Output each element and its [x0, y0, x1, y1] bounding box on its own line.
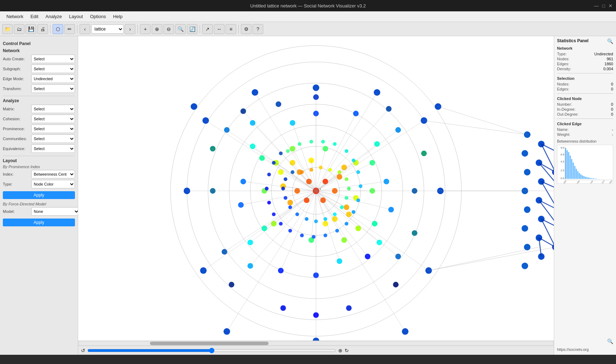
svg-rect-253	[596, 178, 597, 179]
stats-node-number-row: Number: 0	[557, 102, 613, 106]
zoom-in-small-icon[interactable]: ⊕	[338, 348, 342, 353]
menu-item-analyze[interactable]: Analyze	[42, 12, 65, 21]
stats-bottom-zoom[interactable]: 🔍	[607, 338, 613, 344]
print-button[interactable]: 🖨	[37, 24, 48, 34]
horizontal-scrollbar[interactable]	[78, 341, 554, 346]
menu-item-network[interactable]: Network	[3, 12, 27, 21]
network-visualization[interactable]: // Draw many radial lines - done via ind…	[78, 36, 554, 346]
stats-edges-value: 1860	[605, 62, 613, 66]
svg-point-109	[522, 225, 528, 231]
zoom-out-button[interactable]: ⊖	[163, 24, 174, 34]
svg-point-190	[314, 220, 318, 224]
equivalence-row: Equivalence: Select	[3, 144, 75, 153]
stats-zoom-icon[interactable]: 🔍	[607, 38, 613, 44]
rotate-button[interactable]: 🔄	[187, 24, 198, 34]
open-folder-button[interactable]: 🗂	[14, 24, 25, 34]
prominence-index-select[interactable]: Betweenness Cent Degree Closeness	[31, 170, 75, 178]
stats-sel-nodes-label: Nodes:	[557, 82, 569, 86]
svg-point-182	[328, 168, 332, 172]
stats-sel-edges-row: Edges: 0	[557, 87, 613, 91]
communities-label: Communities:	[3, 137, 31, 141]
filter-button[interactable]: ≡	[226, 24, 236, 34]
svg-point-221	[279, 151, 283, 155]
maximize-button[interactable]: □	[602, 3, 605, 9]
svg-point-193	[288, 205, 292, 209]
svg-point-106	[524, 169, 530, 175]
svg-rect-251	[593, 178, 594, 179]
svg-text:9.0: 9.0	[561, 146, 564, 149]
toolbar: 📁 🗂 💾 🖨 ⬡ ✏ ‹ lattice random scale-free …	[0, 22, 616, 36]
svg-point-48	[250, 120, 255, 126]
window-controls[interactable]: — □ ✕	[594, 3, 612, 9]
zoom-slider[interactable]	[87, 349, 336, 352]
svg-text:4.5: 4.5	[561, 160, 564, 163]
analyze-section-title: Analyze	[3, 98, 75, 103]
zoom-out-small-icon[interactable]: ↻	[345, 348, 349, 353]
svg-point-220	[272, 161, 276, 165]
prominence-select[interactable]: Select	[31, 125, 75, 133]
minimize-button[interactable]: —	[594, 3, 599, 9]
prominence-type-select[interactable]: Node Color Node Size Node Label	[31, 180, 75, 188]
edge-tool2-button[interactable]: ↔	[214, 24, 225, 34]
auto-create-select[interactable]: Select	[31, 55, 75, 63]
stats-in-degree-label: In-Degree:	[557, 107, 576, 111]
matrix-row: Matrix: Select	[3, 105, 75, 113]
svg-point-32	[341, 237, 347, 243]
open-file-button[interactable]: 📁	[2, 24, 13, 34]
svg-point-219	[267, 172, 271, 176]
network-canvas[interactable]: // Draw many radial lines - done via ind…	[78, 36, 554, 346]
help-button[interactable]: ?	[253, 24, 263, 34]
draw-tool-button[interactable]: ✏	[64, 24, 75, 34]
svg-point-65	[229, 282, 234, 287]
transform-select[interactable]: Select	[31, 84, 75, 93]
svg-point-201	[321, 140, 325, 144]
close-button[interactable]: ✕	[609, 3, 612, 9]
network-dropdown[interactable]: lattice random scale-free small-world	[91, 24, 124, 34]
prominence-type-row: Type: Node Color Node Size Node Label	[3, 180, 75, 188]
select-tool-button[interactable]: ⬡	[53, 24, 63, 34]
matrix-select[interactable]: Select	[31, 105, 75, 113]
svg-point-181	[319, 166, 323, 170]
cohesion-select[interactable]: Select	[31, 115, 75, 123]
communities-select[interactable]: Select	[31, 134, 75, 143]
cohesion-label: Cohesion:	[3, 117, 31, 121]
stats-type-value: Undirected	[594, 52, 613, 56]
svg-point-189	[324, 217, 328, 221]
stats-network-section: Network	[557, 46, 613, 50]
stats-node-number-value: 0	[611, 102, 613, 106]
menu-item-help[interactable]: Help	[109, 12, 126, 21]
save-button[interactable]: 💾	[26, 24, 36, 34]
reset-zoom-icon[interactable]: ↺	[81, 348, 85, 353]
stats-zoom-bottom-icon[interactable]: 🔍	[607, 338, 613, 344]
toolbar-sep-3	[137, 25, 138, 33]
menu-item-edit[interactable]: Edit	[27, 12, 42, 21]
add-node-button[interactable]: +	[140, 24, 151, 34]
settings-button[interactable]: ⚙	[241, 24, 252, 34]
svg-point-75	[210, 146, 216, 151]
prev-button[interactable]: ‹	[80, 24, 90, 34]
svg-point-108	[524, 206, 530, 213]
apply-prominence-button[interactable]: Apply	[3, 191, 75, 199]
svg-point-199	[298, 142, 302, 146]
edge-tool-button[interactable]: ↗	[202, 24, 213, 34]
svg-point-185	[347, 187, 351, 191]
scrollbar-track[interactable]	[79, 342, 553, 345]
equivalence-select[interactable]: Select	[31, 144, 75, 153]
cohesion-row: Cohesion: Select	[3, 115, 75, 123]
next-button[interactable]: ›	[125, 24, 135, 34]
svg-point-203	[345, 149, 348, 153]
menu-item-layout[interactable]: Layout	[65, 12, 86, 21]
model-select[interactable]: None Fruchterman-Reingold Kamada-Kawai	[31, 207, 78, 216]
svg-point-68	[280, 305, 286, 311]
zoom-fit-button[interactable]: 🔍	[175, 24, 186, 34]
svg-point-200	[309, 140, 313, 144]
apply-force-button[interactable]: Apply	[3, 219, 75, 226]
stats-node-number-label: Number:	[557, 102, 572, 106]
equivalence-label: Equivalence:	[3, 147, 31, 151]
zoom-in-button[interactable]: ⊕	[152, 24, 162, 34]
edge-mode-select[interactable]: Undirected Directed	[31, 75, 75, 83]
scrollbar-thumb[interactable]	[150, 342, 269, 345]
menu-item-options[interactable]: Options	[86, 12, 109, 21]
subgraph-select[interactable]: Select	[31, 65, 75, 73]
stats-panel-title: Statistics Panel	[557, 38, 613, 43]
